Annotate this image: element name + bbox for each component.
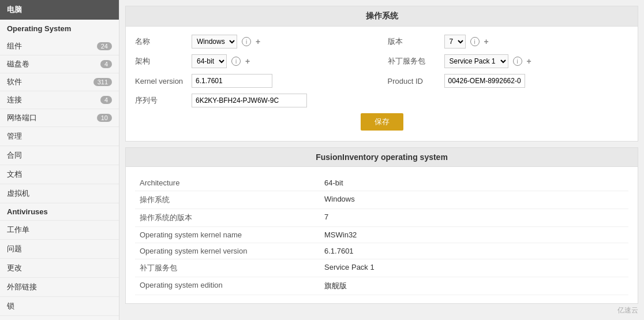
sidebar-badge-disks: 4 (100, 60, 112, 68)
os-version-plus-button[interactable]: + (484, 37, 489, 46)
os-name-select[interactable]: Windows (192, 35, 237, 49)
os-version-label: 版本 (388, 36, 440, 47)
os-productid-label: Product ID (388, 77, 440, 85)
fusion-info-table: Architecture 64-bit 操作系统 Windows 操作系统的版本… (135, 175, 628, 295)
os-version-select[interactable]: 7 (444, 35, 466, 49)
sidebar-item-network-ports[interactable]: 网络端口 10 (0, 109, 119, 127)
sidebar-item-disks[interactable]: 磁盘卷 4 (0, 55, 119, 73)
sidebar-item-antiviruses[interactable]: Antiviruses (0, 203, 119, 221)
row-label: Operating system edition (135, 277, 320, 295)
sidebar-item-problems[interactable]: 问题 (0, 240, 119, 259)
sidebar-item-components[interactable]: 组件 24 (0, 38, 119, 55)
os-card-header: 操作系统 (126, 6, 638, 27)
os-card: 操作系统 名称 Windows i + 版本 7 (125, 6, 638, 142)
os-name-plus-button[interactable]: + (256, 37, 260, 46)
os-version-row: 版本 7 i + (388, 35, 629, 49)
os-servicepack-info-icon[interactable]: i (513, 57, 522, 66)
row-label: 操作系统的版本 (135, 209, 320, 227)
os-productid-input[interactable] (444, 74, 525, 88)
os-form-grid: 名称 Windows i + 版本 7 i + (135, 35, 628, 107)
sidebar-badge-software: 311 (93, 78, 112, 86)
sidebar-item-label: 组件 (7, 41, 22, 51)
sidebar-badge-connections: 4 (100, 96, 112, 104)
os-kernel-input[interactable] (192, 74, 272, 88)
sidebar-item-lock[interactable]: 锁 (0, 297, 119, 316)
os-kernel-row: Kernel version (135, 74, 376, 88)
table-row: 操作系统的版本 7 (135, 209, 628, 227)
sidebar: 电脑 Operating System 组件 24 磁盘卷 4 软件 311 连… (0, 0, 119, 320)
os-arch-info-icon[interactable]: i (231, 57, 241, 66)
row-label: 补丁服务包 (135, 259, 320, 277)
sidebar-item-label: 网络端口 (7, 113, 37, 123)
os-serial-row: 序列号 (135, 94, 376, 107)
os-kernel-label: Kernel version (135, 77, 187, 85)
row-label: Architecture (135, 175, 320, 191)
os-arch-row: 架构 64-bit i + (135, 54, 376, 68)
fusion-card-header: FusionInventory operating system (126, 148, 638, 167)
row-value: Service Pack 1 (320, 259, 628, 277)
os-servicepack-plus-button[interactable]: + (527, 57, 531, 66)
os-productid-row: Product ID (388, 74, 629, 88)
table-row: 操作系统 Windows (135, 191, 628, 209)
table-row: Architecture 64-bit (135, 175, 628, 191)
os-servicepack-row: 补丁服务包 Service Pack 1 i + (388, 54, 629, 68)
os-name-info-icon[interactable]: i (242, 37, 251, 46)
sidebar-item-label: 连接 (7, 95, 22, 105)
table-row: 补丁服务包 Service Pack 1 (135, 259, 628, 277)
sidebar-item-connections[interactable]: 连接 4 (0, 91, 119, 109)
row-value: MSWin32 (320, 227, 628, 243)
os-serial-input[interactable] (192, 94, 307, 107)
row-value: 旗舰版 (320, 277, 628, 295)
table-row: Operating system kernel name MSWin32 (135, 227, 628, 243)
fusion-card: FusionInventory operating system Archite… (125, 147, 638, 304)
table-row: Operating system kernel version 6.1.7601 (135, 243, 628, 259)
sidebar-item-vms[interactable]: 虚拟机 (0, 184, 119, 203)
row-value: 64-bit (320, 175, 628, 191)
sidebar-item-management[interactable]: 管理 (0, 127, 119, 146)
os-name-row: 名称 Windows i + (135, 35, 376, 49)
os-serial-label: 序列号 (135, 95, 187, 106)
sidebar-item-changes[interactable]: 更改 (0, 259, 119, 278)
row-value: 6.1.7601 (320, 243, 628, 259)
row-label: Operating system kernel version (135, 243, 320, 259)
os-name-label: 名称 (135, 36, 187, 47)
sidebar-badge-network-ports: 10 (97, 114, 112, 122)
table-row: Operating system edition 旗舰版 (135, 277, 628, 295)
sidebar-item-label: 磁盘卷 (7, 59, 29, 69)
sidebar-item-contracts[interactable]: 合同 (0, 146, 119, 165)
os-card-body: 名称 Windows i + 版本 7 i + (126, 27, 638, 141)
main-content: 操作系统 名称 Windows i + 版本 7 (119, 0, 644, 320)
row-label: Operating system kernel name (135, 227, 320, 243)
sidebar-header: 电脑 (0, 0, 119, 20)
os-servicepack-label: 补丁服务包 (388, 56, 440, 66)
sidebar-badge-components: 24 (97, 42, 112, 50)
row-value: 7 (320, 209, 628, 227)
row-label: 操作系统 (135, 191, 320, 209)
os-servicepack-select[interactable]: Service Pack 1 (444, 54, 508, 68)
sidebar-item-label: 软件 (7, 77, 22, 87)
sidebar-item-documents[interactable]: 文档 (0, 165, 119, 184)
sidebar-item-workorders[interactable]: 工作单 (0, 221, 119, 240)
fusion-card-body: Architecture 64-bit 操作系统 Windows 操作系统的版本… (126, 167, 638, 303)
os-arch-select[interactable]: 64-bit (192, 54, 227, 68)
os-arch-label: 架构 (135, 56, 187, 66)
sidebar-item-software[interactable]: 软件 311 (0, 73, 119, 91)
sidebar-section-os: Operating System (0, 20, 119, 38)
save-row: 保存 (135, 107, 628, 133)
os-version-info-icon[interactable]: i (470, 37, 480, 46)
save-button[interactable]: 保存 (361, 113, 403, 131)
row-value: Windows (320, 191, 628, 209)
sidebar-item-external-links[interactable]: 外部链接 (0, 278, 119, 297)
os-arch-plus-button[interactable]: + (245, 57, 250, 66)
